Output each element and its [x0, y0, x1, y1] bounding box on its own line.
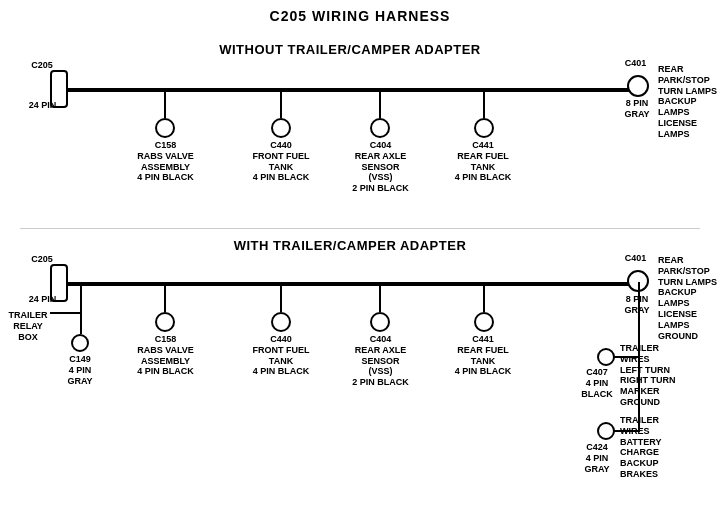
c401-label-s1: C401: [618, 58, 653, 69]
c424-circle: [597, 422, 615, 440]
c401-pin-s2: 8 PINGRAY: [616, 294, 658, 316]
c441-circle-s1: [474, 118, 494, 138]
c158-circle-s2: [155, 312, 175, 332]
c407-right-labels: TRAILER WIRESLEFT TURNRIGHT TURNMARKERGR…: [620, 343, 690, 408]
c205-label-s1: C205: [22, 60, 62, 71]
diagram-area: C205 WIRING HARNESS WITHOUT TRAILER/CAMP…: [0, 0, 720, 490]
c401-right-labels-s1: REAR PARK/STOPTURN LAMPSBACKUP LAMPSLICE…: [658, 64, 720, 140]
branch-vline-c407-c424: [638, 356, 640, 432]
c404-label-s1: C404REAR AXLESENSOR(VSS)2 PIN BLACK: [348, 140, 413, 194]
c158-vline-s2: [164, 282, 166, 312]
c440-circle-s1: [271, 118, 291, 138]
c440-vline-s1: [280, 88, 282, 118]
c404-circle-s1: [370, 118, 390, 138]
trailer-relay-label: TRAILERRELAYBOX: [2, 310, 54, 342]
section1-title: WITHOUT TRAILER/CAMPER ADAPTER: [130, 42, 570, 57]
c441-vline-s2: [483, 282, 485, 312]
relay-hline: [50, 312, 82, 314]
page-title: C205 WIRING HARNESS: [0, 0, 720, 24]
c404-circle-s2: [370, 312, 390, 332]
c441-vline-s1: [483, 88, 485, 118]
relay-vline: [80, 282, 82, 312]
c401-right-labels-s2: REAR PARK/STOPTURN LAMPSBACKUP LAMPSLICE…: [658, 255, 720, 341]
c158-label-s2: C158RABS VALVEASSEMBLY4 PIN BLACK: [133, 334, 198, 377]
c407-circle: [597, 348, 615, 366]
main-hline-s2: [62, 282, 642, 286]
c404-vline-s2: [379, 282, 381, 312]
c149-label: C1494 PIN GRAY: [55, 354, 105, 386]
c158-label-s1: C158RABS VALVEASSEMBLY4 PIN BLACK: [133, 140, 198, 183]
c424-right-labels: TRAILER WIRESBATTERY CHARGEBACKUPBRAKES: [620, 415, 690, 480]
section-divider: [20, 228, 700, 229]
section2-title: WITH TRAILER/CAMPER ADAPTER: [130, 238, 570, 253]
c440-label-s2: C440FRONT FUELTANK4 PIN BLACK: [250, 334, 312, 377]
c441-circle-s2: [474, 312, 494, 332]
c407-label: C4074 PINBLACK: [576, 367, 618, 399]
c424-label: C4244 PINGRAY: [576, 442, 618, 474]
c440-label-s1: C440FRONT FUELTANK4 PIN BLACK: [250, 140, 312, 183]
c158-vline-s1: [164, 88, 166, 118]
c440-circle-s2: [271, 312, 291, 332]
c404-label-s2: C404REAR AXLESENSOR(VSS)2 PIN BLACK: [348, 334, 413, 388]
c441-label-s2: C441REAR FUELTANK4 PIN BLACK: [452, 334, 514, 377]
c401-pin-s1: 8 PINGRAY: [616, 98, 658, 120]
branch-c401: [638, 282, 640, 284]
c205-pin-s1: 24 PIN: [20, 100, 65, 111]
c401-label-s2: C401: [618, 253, 653, 264]
c158-circle-s1: [155, 118, 175, 138]
c441-label-s1: C441REAR FUELTANK4 PIN BLACK: [452, 140, 514, 183]
c401-circle-s1: [627, 75, 649, 97]
c149-circle: [71, 334, 89, 352]
c205-label-s2: C205: [22, 254, 62, 265]
c440-vline-s2: [280, 282, 282, 312]
c205-pin-s2: 24 PIN: [20, 294, 65, 305]
main-hline-s1: [62, 88, 642, 92]
c404-vline-s1: [379, 88, 381, 118]
c149-vline: [80, 314, 82, 334]
